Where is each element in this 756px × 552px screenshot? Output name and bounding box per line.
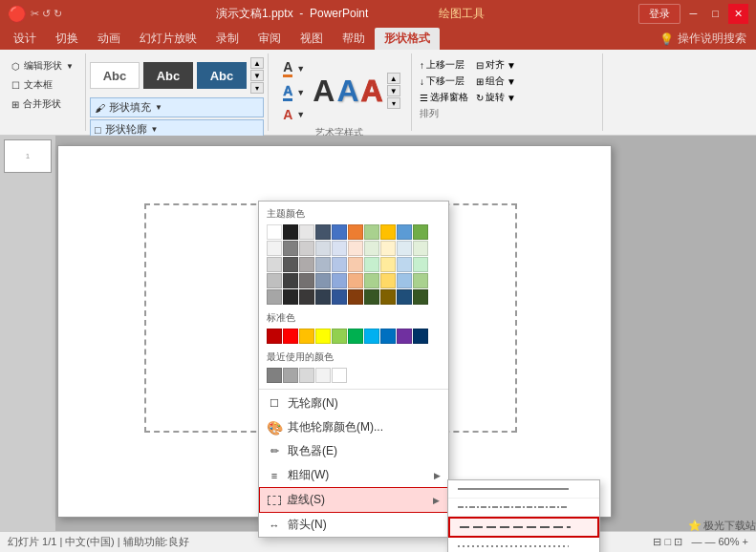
text-box-btn[interactable]: ☐ 文本框 bbox=[8, 76, 56, 94]
color-dark1[interactable] bbox=[283, 224, 298, 240]
color-t5-2[interactable] bbox=[283, 289, 298, 305]
maximize-button[interactable]: □ bbox=[706, 4, 724, 24]
color-t3-3[interactable] bbox=[299, 257, 314, 272]
color-t3-7[interactable] bbox=[364, 257, 379, 272]
color-accent4[interactable] bbox=[380, 224, 396, 240]
color-light1[interactable] bbox=[299, 224, 314, 240]
color-t2-8[interactable] bbox=[380, 241, 396, 256]
eyedropper-item[interactable]: ✏ 取色器(E) bbox=[259, 439, 448, 463]
dashes-item[interactable]: 虚线(S) ▶ bbox=[259, 487, 448, 513]
color-accent1[interactable] bbox=[332, 224, 347, 240]
shape-style-3[interactable]: Abc bbox=[197, 62, 247, 89]
color-t2-2[interactable] bbox=[283, 241, 298, 256]
color-dark2[interactable] bbox=[315, 224, 331, 240]
color-t4-4[interactable] bbox=[315, 273, 331, 288]
more-colors-item[interactable]: 🎨 其他轮廓颜色(M)... bbox=[259, 415, 448, 439]
close-button[interactable]: ✕ bbox=[728, 4, 748, 24]
color-t5-1[interactable] bbox=[267, 289, 282, 305]
dash-dot2[interactable] bbox=[448, 538, 599, 552]
color-t5-9[interactable] bbox=[397, 289, 412, 305]
no-outline-item[interactable]: ☐ 无轮廓(N) bbox=[259, 392, 448, 415]
std-color-4[interactable] bbox=[315, 329, 331, 344]
tab-shape-format[interactable]: 形状格式 bbox=[375, 28, 440, 50]
color-accent5[interactable] bbox=[397, 224, 412, 240]
std-color-9[interactable] bbox=[397, 329, 412, 344]
recent-color-2[interactable] bbox=[283, 368, 298, 383]
move-down-btn[interactable]: ↓ 下移一层 bbox=[420, 74, 468, 89]
tab-view[interactable]: 视图 bbox=[291, 28, 333, 50]
color-accent2[interactable] bbox=[348, 224, 363, 240]
recent-color-5[interactable] bbox=[332, 368, 347, 383]
std-color-6[interactable] bbox=[348, 329, 363, 344]
dash-long[interactable] bbox=[448, 517, 599, 538]
dash-solid[interactable] bbox=[448, 480, 599, 499]
text-effect-btn[interactable]: A ▼ bbox=[279, 105, 309, 124]
color-t5-5[interactable] bbox=[332, 289, 347, 305]
color-t4-5[interactable] bbox=[332, 273, 347, 288]
color-t3-5[interactable] bbox=[332, 257, 347, 272]
color-t3-4[interactable] bbox=[315, 257, 331, 272]
color-t2-6[interactable] bbox=[348, 241, 363, 256]
color-accent6[interactable] bbox=[413, 224, 428, 240]
shape-style-2[interactable]: Abc bbox=[143, 62, 193, 89]
color-t2-7[interactable] bbox=[364, 241, 379, 256]
color-t4-10[interactable] bbox=[413, 273, 428, 288]
wordart-scroll-more[interactable]: ▾ bbox=[387, 97, 400, 109]
color-t5-3[interactable] bbox=[299, 289, 314, 305]
search-area[interactable]: 💡 操作说明搜索 bbox=[650, 28, 756, 50]
scroll-up[interactable]: ▲ bbox=[250, 57, 264, 69]
weight-item[interactable]: ≡ 粗细(W) ▶ bbox=[259, 463, 448, 487]
group-btn[interactable]: ⊞ 组合 ▼ bbox=[476, 74, 516, 89]
std-color-1[interactable] bbox=[267, 329, 282, 344]
color-t3-8[interactable] bbox=[380, 257, 396, 272]
std-color-3[interactable] bbox=[299, 329, 314, 344]
recent-color-3[interactable] bbox=[299, 368, 314, 383]
login-button[interactable]: 登录 bbox=[638, 4, 680, 24]
tab-record[interactable]: 录制 bbox=[206, 28, 248, 50]
color-t3-1[interactable] bbox=[267, 257, 282, 272]
tab-help[interactable]: 帮助 bbox=[333, 28, 375, 50]
recent-color-1[interactable] bbox=[267, 368, 282, 383]
merge-shapes-btn[interactable]: ⊞ 合并形状 bbox=[8, 96, 65, 113]
recent-color-4[interactable] bbox=[315, 368, 331, 383]
dash-dot[interactable] bbox=[448, 499, 599, 517]
shape-style-1[interactable]: Abc bbox=[90, 62, 140, 89]
tab-slideshow[interactable]: 幻灯片放映 bbox=[130, 28, 206, 50]
search-label[interactable]: 操作说明搜索 bbox=[678, 31, 746, 47]
color-t2-3[interactable] bbox=[299, 241, 314, 256]
color-t4-8[interactable] bbox=[380, 273, 396, 288]
arrows-item[interactable]: ↔ 箭头(N) bbox=[259, 513, 448, 537]
align-btn[interactable]: ⊟ 对齐 ▼ bbox=[476, 57, 516, 73]
color-t4-9[interactable] bbox=[397, 273, 412, 288]
color-t5-7[interactable] bbox=[364, 289, 379, 305]
color-t4-2[interactable] bbox=[283, 273, 298, 288]
color-t5-4[interactable] bbox=[315, 289, 331, 305]
color-t3-10[interactable] bbox=[413, 257, 428, 272]
color-t4-1[interactable] bbox=[267, 273, 282, 288]
color-t5-8[interactable] bbox=[380, 289, 396, 305]
color-t5-6[interactable] bbox=[348, 289, 363, 305]
color-white[interactable] bbox=[267, 224, 282, 240]
color-t4-6[interactable] bbox=[348, 273, 363, 288]
color-t5-10[interactable] bbox=[413, 289, 428, 305]
std-color-5[interactable] bbox=[332, 329, 347, 344]
tab-review[interactable]: 审阅 bbox=[248, 28, 291, 50]
wordart-scroll-up[interactable]: ▲ bbox=[387, 73, 400, 84]
text-fill-btn[interactable]: A ▼ bbox=[279, 57, 309, 79]
color-t3-2[interactable] bbox=[283, 257, 298, 272]
tab-design[interactable]: 设计 bbox=[4, 28, 46, 50]
rotate-btn[interactable]: ↻ 旋转 ▼ bbox=[476, 90, 516, 105]
shape-fill-button[interactable]: 🖌 形状填充 ▼ bbox=[90, 97, 264, 117]
wordart-a-blue[interactable]: A bbox=[336, 74, 358, 109]
std-color-8[interactable] bbox=[380, 329, 396, 344]
color-t3-9[interactable] bbox=[397, 257, 412, 272]
color-t4-3[interactable] bbox=[299, 273, 314, 288]
color-t2-5[interactable] bbox=[332, 241, 347, 256]
scroll-more[interactable]: ▾ bbox=[250, 82, 264, 94]
color-t2-10[interactable] bbox=[413, 241, 428, 256]
color-t2-9[interactable] bbox=[397, 241, 412, 256]
wordart-scroll-down[interactable]: ▼ bbox=[387, 85, 400, 96]
wordart-a-outline[interactable]: A bbox=[361, 74, 383, 109]
std-color-2[interactable] bbox=[283, 329, 298, 344]
color-accent3[interactable] bbox=[364, 224, 379, 240]
